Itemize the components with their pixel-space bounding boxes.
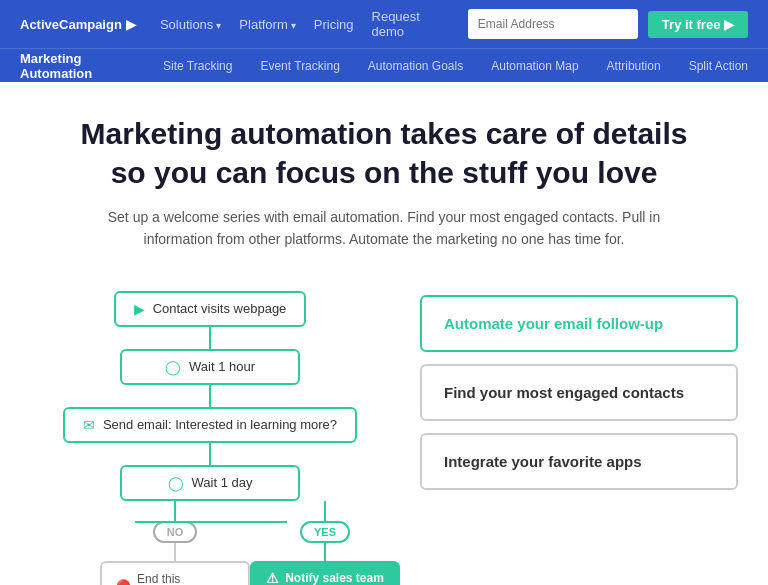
brand-logo[interactable]: ActiveCampaign ▶ xyxy=(20,17,136,32)
email-input[interactable] xyxy=(468,9,638,39)
notify-sales-box: ⚠ Notify sales team xyxy=(250,561,400,585)
flow-step-4: ◯ Wait 1 day xyxy=(120,465,300,501)
chevron-icon xyxy=(291,17,296,32)
flow-step-1: ▶ Contact visits webpage xyxy=(114,291,307,327)
branch-yes-label: YES xyxy=(300,521,350,543)
sub-nav-attribution[interactable]: Attribution xyxy=(607,59,661,73)
main-content: ▶ Contact visits webpage ◯ Wait 1 hour ✉… xyxy=(0,271,768,585)
hero-subtitle: Set up a welcome series with email autom… xyxy=(94,206,674,251)
sub-nav-event-tracking[interactable]: Event Tracking xyxy=(260,59,339,73)
nav-right: Try it free ▶ xyxy=(468,9,748,39)
branch-no-label: NO xyxy=(153,521,198,543)
chevron-icon xyxy=(216,17,221,32)
end-automation-box: ⛔ End this automation xyxy=(100,561,250,585)
flow-step-3: ✉ Send email: Interested in learning mor… xyxy=(63,407,357,443)
email-icon: ✉ xyxy=(83,417,95,433)
brand-name: ActiveCampaign xyxy=(20,17,122,32)
section-label: Marketing Automation xyxy=(20,51,135,81)
panel-item-2[interactable]: Integrate your favorite apps xyxy=(420,433,738,490)
sub-nav-site-tracking[interactable]: Site Tracking xyxy=(163,59,232,73)
cursor-icon: ▶ xyxy=(134,301,145,317)
main-nav: ActiveCampaign ▶ Solutions Platform Pric… xyxy=(0,0,768,48)
nav-platform[interactable]: Platform xyxy=(239,17,295,32)
connector-1 xyxy=(209,327,211,349)
panel-item-0[interactable]: Automate your email follow-up xyxy=(420,295,738,352)
panel-item-1[interactable]: Find your most engaged contacts xyxy=(420,364,738,421)
sub-nav-automation-goals[interactable]: Automation Goals xyxy=(368,59,463,73)
flow-diagram: ▶ Contact visits webpage ◯ Wait 1 hour ✉… xyxy=(30,291,390,585)
clock-icon-2: ◯ xyxy=(168,475,184,491)
hero-title: Marketing automation takes care of detai… xyxy=(80,114,688,192)
nav-solutions[interactable]: Solutions xyxy=(160,17,221,32)
brand-arrow: ▶ xyxy=(126,17,136,32)
connector-2 xyxy=(209,385,211,407)
branch-section: NO ⛔ End this automation YES ⚠ xyxy=(30,501,390,585)
block-icon: ⛔ xyxy=(116,579,131,585)
try-free-button[interactable]: Try it free ▶ xyxy=(648,11,748,38)
nav-links: Solutions Platform Pricing Request demo xyxy=(160,9,444,39)
clock-icon: ◯ xyxy=(165,359,181,375)
nav-request-demo[interactable]: Request demo xyxy=(372,9,444,39)
flow-step-2: ◯ Wait 1 hour xyxy=(120,349,300,385)
nav-pricing[interactable]: Pricing xyxy=(314,17,354,32)
bell-icon: ⚠ xyxy=(266,570,279,585)
sub-nav-split-action[interactable]: Split Action xyxy=(689,59,748,73)
hero-section: Marketing automation takes care of detai… xyxy=(0,82,768,271)
connector-3 xyxy=(209,443,211,465)
right-panel: Automate your email follow-up Find your … xyxy=(420,291,738,490)
sub-nav-automation-map[interactable]: Automation Map xyxy=(491,59,578,73)
sub-nav: Marketing Automation Site Tracking Event… xyxy=(0,48,768,82)
